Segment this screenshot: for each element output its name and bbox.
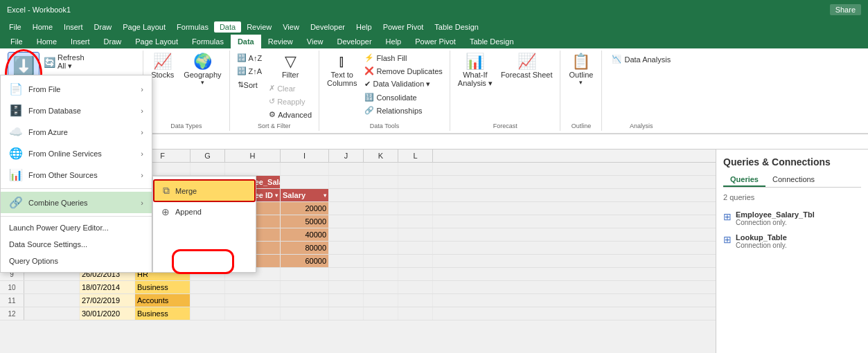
menu-item-formulas[interactable]: Formulas bbox=[171, 21, 214, 33]
sub-menu-item-append[interactable]: ⊕ Append bbox=[153, 202, 256, 221]
ribbon-tab-data[interactable]: Data bbox=[231, 35, 261, 48]
menu-item-home[interactable]: Home bbox=[27, 21, 58, 33]
cell[interactable] bbox=[281, 163, 329, 175]
cell[interactable] bbox=[398, 228, 433, 241]
outline-button[interactable]: 📋 Outline ▾ bbox=[566, 52, 597, 88]
cell[interactable] bbox=[329, 242, 364, 254]
cell[interactable] bbox=[398, 255, 433, 267]
cell[interactable] bbox=[24, 294, 80, 307]
sub-menu-item-merge[interactable]: ⧉ Merge bbox=[153, 179, 256, 202]
cell[interactable] bbox=[398, 294, 433, 307]
cell[interactable] bbox=[364, 176, 398, 188]
forecast-sheet-button[interactable]: 📈 Forecast Sheet bbox=[497, 52, 556, 81]
ribbon-tab-review[interactable]: Review bbox=[261, 35, 300, 48]
cell[interactable] bbox=[364, 294, 398, 307]
menu-item-review[interactable]: Review bbox=[241, 21, 277, 33]
cell[interactable]: 18/07/2014 bbox=[80, 281, 135, 293]
what-if-analysis-button[interactable]: 📊 What-IfAnalysis ▾ bbox=[454, 52, 496, 90]
menu-item-view[interactable]: View bbox=[277, 21, 305, 33]
cell[interactable] bbox=[24, 307, 80, 320]
query-item[interactable]: ⊞ Lookup_Table Connection only. bbox=[723, 230, 861, 253]
ribbon-tab-help[interactable]: Help bbox=[379, 35, 409, 48]
dropdown-bottom-item[interactable]: Data Source Settings... bbox=[1, 236, 152, 253]
dropdown-item-from-azure[interactable]: ☁️ From Azure › bbox=[1, 121, 152, 143]
ribbon-tab-developer[interactable]: Developer bbox=[330, 35, 378, 48]
flash-fill-button[interactable]: ⚡ Flash Fill bbox=[362, 52, 445, 64]
remove-duplicates-button[interactable]: ❌ Remove Duplicates bbox=[362, 65, 445, 77]
cell[interactable] bbox=[398, 215, 433, 228]
cell[interactable] bbox=[329, 268, 364, 280]
cell[interactable] bbox=[329, 189, 364, 201]
refresh-all-button[interactable]: 🔄 RefreshAll ▾ bbox=[41, 52, 139, 72]
cell[interactable] bbox=[225, 281, 281, 293]
cell[interactable] bbox=[364, 215, 398, 228]
cell[interactable] bbox=[364, 281, 398, 293]
cell[interactable]: Accounts bbox=[135, 294, 191, 307]
dropdown-item-from-other-sources[interactable]: 📊 From Other Sources › bbox=[1, 164, 152, 185]
cell[interactable] bbox=[281, 268, 329, 280]
filter-button[interactable]: ▽ Filter bbox=[266, 52, 315, 81]
cell[interactable] bbox=[364, 255, 398, 267]
cell[interactable]: Salary▾ bbox=[281, 189, 329, 201]
cell[interactable] bbox=[225, 307, 281, 320]
cell[interactable] bbox=[329, 294, 364, 307]
cell[interactable] bbox=[281, 294, 329, 307]
ribbon-tab-table-design[interactable]: Table Design bbox=[463, 35, 521, 48]
cell[interactable]: 27/02/2019 bbox=[80, 294, 135, 307]
ribbon-tab-power-pivot[interactable]: Power Pivot bbox=[408, 35, 463, 48]
cell[interactable] bbox=[364, 307, 398, 320]
cell[interactable] bbox=[329, 202, 364, 215]
cell[interactable]: 40000 bbox=[281, 228, 329, 241]
cell[interactable]: 80000 bbox=[281, 242, 329, 254]
ribbon-tab-page-layout[interactable]: Page Layout bbox=[128, 35, 185, 48]
menu-item-insert[interactable]: Insert bbox=[58, 21, 89, 33]
ribbon-tab-home[interactable]: Home bbox=[30, 35, 64, 48]
ribbon-tab-view[interactable]: View bbox=[300, 35, 330, 48]
dropdown-bottom-item[interactable]: Launch Power Query Editor... bbox=[1, 219, 152, 236]
cell[interactable] bbox=[225, 294, 281, 307]
ribbon-tab-file[interactable]: File bbox=[3, 35, 30, 48]
cell[interactable] bbox=[24, 281, 80, 293]
cell[interactable]: 20000 bbox=[281, 202, 329, 215]
dropdown-bottom-item[interactable]: Query Options bbox=[1, 253, 152, 269]
cell[interactable] bbox=[398, 176, 433, 188]
cell[interactable] bbox=[329, 307, 364, 320]
cell[interactable]: 30/01/2020 bbox=[80, 307, 135, 320]
cell[interactable] bbox=[191, 281, 225, 293]
share-button[interactable]: Share bbox=[830, 4, 861, 15]
cell[interactable] bbox=[329, 163, 364, 175]
data-validation-button[interactable]: ✔ Data Validation ▾ bbox=[362, 78, 445, 90]
cell[interactable] bbox=[364, 202, 398, 215]
dropdown-item-combine-queries[interactable]: 🔗 Combine Queries › bbox=[1, 192, 152, 213]
menu-item-power-pivot[interactable]: Power Pivot bbox=[378, 21, 429, 33]
sidebar-tab-queries[interactable]: Queries bbox=[723, 173, 765, 187]
dropdown-item-from-database[interactable]: 🗄️ From Database › bbox=[1, 100, 152, 121]
cell[interactable] bbox=[364, 163, 398, 175]
cell[interactable] bbox=[398, 163, 433, 175]
cell[interactable] bbox=[364, 268, 398, 280]
menu-item-file[interactable]: File bbox=[3, 21, 27, 33]
cell[interactable] bbox=[364, 189, 398, 201]
menu-item-data[interactable]: Data bbox=[214, 21, 241, 33]
advanced-button[interactable]: ⚙ Advanced bbox=[266, 109, 315, 120]
cell[interactable] bbox=[398, 242, 433, 254]
cell[interactable]: 50000 bbox=[281, 215, 329, 228]
menu-item-developer[interactable]: Developer bbox=[305, 21, 351, 33]
cell[interactable] bbox=[329, 176, 364, 188]
cell[interactable] bbox=[364, 242, 398, 254]
cell[interactable]: Business bbox=[135, 281, 191, 293]
data-analysis-button[interactable]: 📉 Data Analysis bbox=[606, 52, 676, 66]
consolidate-button[interactable]: 🔢 Consolidate bbox=[362, 91, 445, 103]
cell[interactable] bbox=[398, 307, 433, 320]
query-item[interactable]: ⊞ Employee_Salary_Tbl Connection only. bbox=[723, 207, 861, 230]
menu-item-table-design[interactable]: Table Design bbox=[429, 21, 484, 33]
menu-item-page-layout[interactable]: Page Layout bbox=[117, 21, 171, 33]
sort-az-button[interactable]: 🔡 A↑Z bbox=[234, 52, 265, 64]
dropdown-item-from-file[interactable]: 📄 From File › bbox=[1, 78, 152, 100]
dropdown-item-from-online-services[interactable]: 🌐 From Online Services › bbox=[1, 143, 152, 164]
cell[interactable] bbox=[364, 228, 398, 241]
relationships-button[interactable]: 🔗 Relationships bbox=[362, 105, 445, 116]
cell[interactable]: Business bbox=[135, 307, 191, 320]
cell[interactable] bbox=[191, 307, 225, 320]
cell[interactable] bbox=[398, 189, 433, 201]
